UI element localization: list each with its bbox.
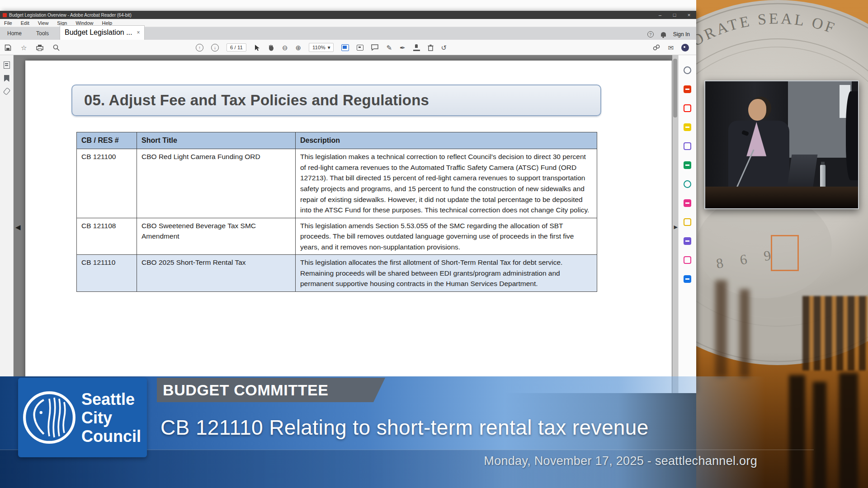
rotate-icon[interactable]: ↺ [441, 44, 447, 51]
close-button[interactable]: × [682, 11, 696, 19]
sign-pen-icon[interactable]: ✒ [400, 44, 406, 51]
rail-fill-sign-icon[interactable] [684, 237, 691, 245]
bill-number: CB 121100 [77, 149, 137, 218]
section-heading-box: 05. Adjust Fee and Tax Policies and Regu… [71, 84, 601, 116]
search-icon[interactable] [53, 44, 60, 51]
stamp-icon[interactable] [413, 44, 420, 51]
email-icon[interactable]: ✉ [668, 44, 674, 51]
acrobat-app-icon [3, 13, 7, 17]
menu-edit[interactable]: Edit [21, 20, 29, 26]
help-icon[interactable]: ? [647, 31, 654, 38]
share-link-icon[interactable] [653, 44, 660, 51]
bill-short-title: CBO 2025 Short-Term Rental Tax [137, 255, 296, 292]
next-page-icon[interactable]: ↓ [211, 44, 219, 52]
desk [705, 187, 858, 208]
zoom-out-icon[interactable]: ⊖ [282, 44, 288, 51]
fullscreen-icon[interactable] [357, 45, 363, 51]
rail-combine-files-icon[interactable] [684, 142, 691, 150]
rail-search-icon[interactable] [684, 66, 691, 74]
rail-export-pdf-icon[interactable] [684, 85, 691, 93]
sign-in-button[interactable]: Sign In [673, 31, 690, 38]
pdf-page: 05. Adjust Fee and Tax Policies and Regu… [25, 61, 672, 393]
tools-rail [678, 55, 696, 393]
tab-bar: Home Tools Budget Legislation ... × ? Si… [0, 27, 696, 40]
bookmarks-icon[interactable] [4, 75, 9, 82]
bill-description: This legislation allocates the first all… [296, 255, 597, 292]
seattle-logo-mark [22, 390, 77, 445]
left-navigation-rail [0, 55, 14, 393]
table-row: CB 121108 CBO Sweetened Beverage Tax SMC… [77, 218, 597, 255]
page-display-icon[interactable] [341, 44, 349, 51]
menu-file[interactable]: File [4, 20, 12, 26]
window-title: Budget Legislation Overview - Adobe Acro… [9, 13, 132, 18]
acrobat-window: Budget Legislation Overview - Adobe Acro… [0, 11, 696, 393]
desktop-strip [0, 0, 696, 11]
pencil-icon[interactable]: ✎ [386, 44, 392, 51]
logo-line-1: Seattle [81, 390, 141, 408]
lower-third-banner: BUDGET COMMITTEE CB 121110 Relating to s… [0, 376, 814, 488]
previous-page-icon[interactable]: ↑ [196, 44, 203, 52]
water-bottle [820, 164, 826, 188]
page-thumbnails-icon[interactable] [4, 61, 10, 69]
chair-silhouette [839, 373, 858, 488]
rail-send-signature-icon[interactable] [684, 256, 691, 264]
tools-panel-chevron[interactable]: ▶ [674, 224, 678, 230]
tab-close-icon[interactable]: × [137, 29, 140, 36]
maximize-button[interactable]: □ [667, 11, 682, 19]
hand-tool-icon[interactable] [268, 44, 274, 51]
toolbar: ☆ ↑ ↓ 6 / 11 ⊖ ⊕ 110% ▾ ✎ ✒ [0, 40, 696, 55]
rail-organize-pages-icon[interactable] [684, 161, 691, 169]
window-titlebar[interactable]: Budget Legislation Overview - Adobe Acro… [0, 11, 696, 19]
broadcast-frame: PORATE SEAL OF OF SEA 8 6 9 [0, 0, 868, 488]
select-tool-icon[interactable] [254, 44, 260, 51]
bill-short-title: CBO Red Light Camera Funding ORD [137, 149, 296, 218]
agenda-item-title: CB 121110 Relating to short-term rental … [160, 415, 649, 440]
menu-sign[interactable]: Sign [57, 20, 67, 26]
rail-compress-icon[interactable] [684, 180, 691, 188]
column-header: CB / RES # [77, 132, 137, 149]
legislation-table: CB / RES # Short Title Description CB 12… [76, 132, 597, 292]
committee-banner: BUDGET COMMITTEE [157, 378, 385, 402]
assistant-icon[interactable] [681, 44, 689, 52]
bell-icon[interactable] [661, 32, 666, 37]
document-canvas[interactable]: 05. Adjust Fee and Tax Policies and Regu… [14, 55, 678, 393]
section-heading: 05. Adjust Fee and Tax Policies and Regu… [72, 92, 429, 109]
comment-icon[interactable] [371, 44, 378, 51]
tab-document[interactable]: Budget Legislation ... × [60, 25, 145, 40]
table-header-row: CB / RES # Short Title Description [77, 132, 597, 149]
print-icon[interactable] [36, 44, 43, 51]
table-row: CB 121100 CBO Red Light Camera Funding O… [77, 149, 597, 218]
attachments-icon[interactable] [3, 87, 10, 95]
zoom-level-select[interactable]: 110% ▾ [309, 43, 334, 52]
minimize-button[interactable]: – [653, 11, 667, 19]
column-header: Description [296, 132, 597, 149]
table-row: CB 121110 CBO 2025 Short-Term Rental Tax… [77, 255, 597, 292]
previous-view-arrow[interactable]: ◀ [15, 223, 21, 231]
favorites-star-icon[interactable]: ☆ [21, 44, 27, 51]
chair-silhouette [813, 382, 826, 488]
rail-edit-pdf-icon[interactable] [684, 199, 691, 207]
rail-more-tools-icon[interactable] [684, 275, 691, 283]
wall-frame-highlight [771, 235, 799, 271]
scrollbar-thumb[interactable] [673, 59, 677, 117]
menu-view[interactable]: View [38, 20, 49, 26]
save-icon[interactable] [5, 44, 11, 51]
date-text: Monday, November 17, 2025 - seattlechann… [484, 454, 757, 468]
bill-short-title: CBO Sweetened Beverage Tax SMC Amendment [137, 218, 296, 255]
rail-create-pdf-icon[interactable] [684, 104, 691, 112]
laptop [787, 155, 817, 189]
page-number-indicator[interactable]: 6 / 11 [226, 43, 246, 52]
tab-tools[interactable]: Tools [29, 28, 56, 40]
rail-convert-icon[interactable] [684, 218, 691, 226]
chevron-down-icon: ▾ [328, 44, 330, 51]
zoom-in-icon[interactable]: ⊕ [296, 44, 302, 51]
bill-number: CB 121108 [77, 218, 137, 255]
tab-home[interactable]: Home [0, 28, 29, 40]
speaker-video-inset [704, 80, 859, 209]
menu-help[interactable]: Help [102, 20, 113, 26]
bill-description: This legislation makes a technical corre… [296, 149, 597, 218]
menu-window[interactable]: Window [75, 20, 93, 26]
rail-comment-icon[interactable] [684, 123, 691, 131]
tab-document-label: Budget Legislation ... [65, 28, 132, 37]
trash-icon[interactable] [428, 44, 434, 51]
